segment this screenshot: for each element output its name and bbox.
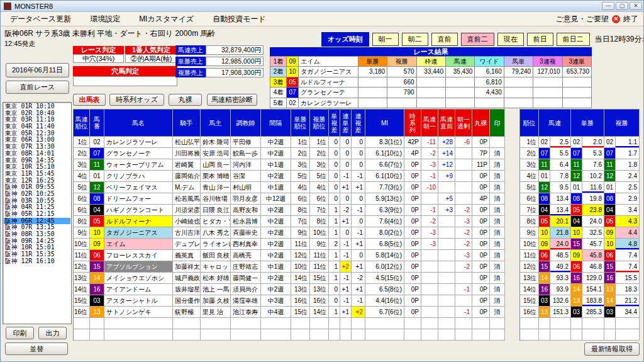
cell-cho: +5	[438, 193, 455, 205]
menu-items: データベース更新環境設定MIカスタマイズ自動投資モード	[1, 14, 275, 25]
menu-item[interactable]: 自動投資モード	[203, 14, 275, 25]
print-button[interactable]: 印刷	[6, 327, 34, 339]
cell-odds: 45.8	[582, 250, 604, 261]
cell-mi: 6.1(10位)	[365, 171, 404, 182]
odds-time-tab[interactable]: 直前	[431, 33, 458, 46]
cell-trainer: 斉藤崇史	[231, 227, 261, 239]
table-row[interactable]: 1位022.5022.0021.1	[520, 137, 640, 148]
cell-mark: 消	[490, 205, 505, 216]
cell-interval: 中2週	[261, 250, 291, 261]
feedback-link[interactable]: ご意見・ご要望	[555, 14, 609, 25]
odds-time-tab[interactable]: 直前二	[461, 33, 494, 46]
table-row[interactable]	[74, 318, 505, 329]
race-list-item[interactable]: 東京 11R 15:45	[4, 171, 70, 178]
odds-time-tab[interactable]: 前日	[527, 33, 553, 46]
table-row[interactable]: 11位0648.50945.8067.4	[520, 250, 640, 261]
table-row[interactable]: 8位0520.10424.0054.3	[520, 216, 640, 227]
odds-time-tab[interactable]: 朝一	[372, 33, 399, 46]
cell-jockey: 川須栄彦	[173, 205, 201, 216]
maximize-button[interactable]: ▢	[616, 2, 628, 10]
table-row[interactable]: 14位1693.914154.11318.3	[520, 284, 640, 295]
cell-trainer: 高野友和	[231, 205, 261, 216]
payout-value: 6,160	[475, 67, 504, 77]
table-row[interactable]: 2位075.5075.3071.7	[520, 148, 640, 159]
table-row[interactable]: 5位129.50111.6012.5	[520, 182, 640, 193]
table-row[interactable]	[74, 329, 505, 341]
menu-item[interactable]: 環境設定	[80, 14, 130, 25]
table-row[interactable]: 4位01クリノブラハ藤岡佑介栗本 博晴谷潔中2週5位5位0-1-16.1(10位…	[74, 171, 505, 182]
table-row[interactable]: 11位06フローレススカイ義英真飯田 良枝高橋亮中2週12位11位1-105.8…	[74, 250, 505, 261]
table-row[interactable]: 2位07グランセノーテ川田将雅安原 浩司鮫島一歩中2週2位2位0006.1(10…	[74, 148, 505, 159]
race-list-item[interactable]: 東京 08R 14:01	[4, 150, 70, 157]
horse-number: 07	[287, 88, 299, 98]
cell-num: 03	[90, 295, 104, 307]
table-row[interactable]: 8位05ルドルフィーナ小崎綾也ヒダカ・ブ松永昌博中2週7位8位1+107.6(4…	[74, 216, 505, 227]
table-row[interactable]	[520, 318, 640, 329]
race-info: 阪神06R サラ系3歳 未勝利 平地・ダート・右回り 2000m 馬齢	[4, 28, 215, 39]
table-row[interactable]: 6位04ハギノグランコート川須栄彦日隈 良江高野友和中2週8位7位1-2-16.…	[74, 205, 505, 216]
cell-num: 15	[90, 261, 104, 273]
menu-item[interactable]: データベース更新	[1, 14, 80, 25]
odds-time-tab[interactable]: 現在	[497, 33, 524, 46]
sort-button[interactable]: 並替	[5, 342, 68, 355]
table-row[interactable]: 12位15アブソルブション加藤祥太キャロット庄野靖志中1週10位11位1+2+1…	[74, 261, 505, 273]
table-row[interactable]: 4位017.81210.2122.4	[520, 171, 640, 182]
table-row[interactable]: 16位13サトノシンゲキ荻野極里見 治池江泰寿中4週15位14位1+1+26.7…	[74, 307, 505, 318]
odds-time-tab[interactable]: 朝二	[402, 33, 428, 46]
col-header: 調教師	[231, 110, 261, 137]
cell-trainer: 池江泰寿	[231, 307, 261, 318]
table-row[interactable]: 3位116.4117.6111.8	[520, 159, 640, 171]
cell-tan_rank: 1位	[291, 137, 310, 148]
action-button[interactable]: 馬連精密診断	[207, 94, 257, 106]
table-row[interactable]	[520, 329, 640, 341]
table-row[interactable]: 5位12ベリーフェイマスM.デム青山 洋一村山明中1週4位4位0+1+17.7(…	[74, 182, 505, 193]
table-row[interactable]: 10位0924.01545.7104.8	[520, 239, 640, 250]
table-row[interactable]: 1位02カレンジラソーレ松山弘平鈴木 隆司平田修中2週1位1位0008.3(1位…	[74, 137, 505, 148]
action-button[interactable]: 時系列オッズ	[109, 94, 164, 106]
cell-tf: 0	[329, 148, 340, 159]
cell-mi	[365, 318, 404, 329]
table-row[interactable]: 3位11ウォーターブリアム岩崎翼山岡 良一河内洋中1週3位3位0006.6(7位…	[74, 159, 505, 171]
output-button[interactable]: 出力	[38, 327, 67, 339]
minimize-button[interactable]: —	[602, 2, 614, 10]
cell-interval: 中2週	[261, 239, 291, 250]
cell-ts: 0P	[404, 239, 421, 250]
prev-race-button[interactable]: 直前レース	[6, 81, 69, 94]
payout-value: 4,430	[475, 88, 504, 98]
cell-mi: 4.4(16位)	[365, 295, 404, 307]
race-list-item[interactable]: 阪神 12R 16:10	[4, 258, 70, 265]
cell-tan_rank: 14位	[291, 273, 310, 284]
race-start-time: 12:45発走	[4, 39, 36, 48]
table-row[interactable]: 10位09エイムデュブレライオンレ西村真幸中2週11位9位2-1+16.8(5位…	[74, 239, 505, 250]
cell-tan_rank: 7位	[291, 216, 310, 227]
table-row[interactable]: 9位1021.81032.5094.4	[520, 227, 640, 239]
table-row[interactable]: 13位1493.316129.01615.5	[520, 273, 640, 284]
table-row[interactable]: 9位10タガノジーニアス古川吉洋八木 秀之斉藤崇史中2週9位10位10-18.0…	[74, 227, 505, 239]
exit-icon[interactable]: ✕	[612, 15, 620, 23]
action-button[interactable]: 出馬表	[73, 94, 106, 106]
table-row[interactable]: 12位1549.20646.8157.4	[520, 261, 640, 273]
horse-number	[539, 329, 550, 341]
menu-item[interactable]: MIカスタマイズ	[130, 14, 203, 25]
table-row[interactable]: 6位08ドリームフォー松若風馬谷川牧場羽月友彦中12週6位6位0005.9(13…	[74, 193, 505, 205]
horse-number: 15	[604, 261, 616, 273]
date-button[interactable]: 2016年06月11日	[6, 63, 69, 77]
table-row[interactable]: 16位13151.303285.30334.4	[520, 307, 640, 318]
exit-button[interactable]: 終了	[623, 14, 638, 25]
table-row[interactable]: 6位0813.40819.8082.9	[520, 193, 640, 205]
table-row[interactable]: 15位03132.613183.81421.2	[520, 295, 640, 307]
action-button[interactable]: 丸裸	[169, 94, 202, 106]
close-button[interactable]: ✕	[630, 2, 642, 10]
horse-number: 13	[571, 295, 582, 307]
cell-rank: 14位	[520, 284, 539, 295]
cell-asa: -1	[421, 171, 438, 182]
race-list[interactable]: 東京 01R 10:10東京 02R 10:40東京 03R 11:10東京 0…	[3, 102, 72, 324]
sales-row: 単勝売上12,985,000円	[175, 57, 264, 66]
odds-time-tab[interactable]: 前日二	[557, 33, 590, 46]
table-row[interactable]: 14位16アイアンドーム坂井瑠星池上 一馬須貝尚介中2週13位13位0+1+16…	[74, 284, 505, 295]
cell-mi: 6.6(7位)	[365, 159, 404, 171]
table-row[interactable]: 15位03アスターシャトル国分優作加藤 久枝湯窪幸雄中3週16位16位0-1-1…	[74, 295, 505, 307]
table-row[interactable]: 13位14メイショウエゾホシ城戸義政松本 好雄藤岡健一中2週14位15位1-1-…	[74, 273, 505, 284]
table-row[interactable]: 7位0413.40523.8043.4	[520, 205, 640, 216]
refresh-button[interactable]: 最新情報取得	[584, 342, 640, 356]
